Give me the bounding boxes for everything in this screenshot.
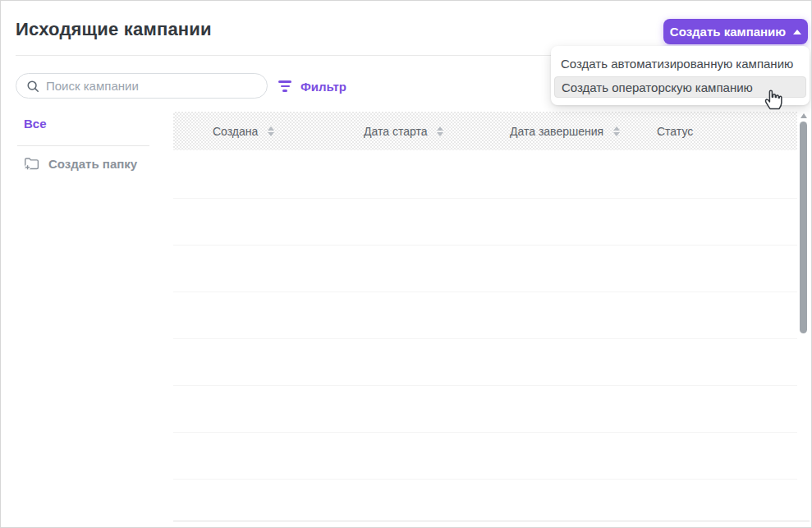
column-header-end-date[interactable]: Дата завершения: [510, 112, 620, 150]
column-header-created[interactable]: Создана: [213, 112, 274, 150]
page-title: Исходящие кампании: [16, 19, 212, 40]
folder-plus-icon: [24, 157, 39, 171]
vertical-scrollbar[interactable]: [799, 110, 809, 521]
column-label: Дата завершения: [510, 125, 603, 138]
menu-item-create-automated-campaign[interactable]: Создать автоматизированную кампанию: [551, 51, 810, 76]
column-header-start-date[interactable]: Дата старта: [364, 112, 443, 150]
campaign-search: [16, 73, 268, 99]
row-divider: [173, 479, 797, 480]
search-input[interactable]: [46, 79, 257, 93]
sidebar-divider: [17, 145, 149, 146]
table-bottom-border: [173, 521, 810, 521]
scroll-up-arrow-icon[interactable]: [801, 113, 807, 118]
filter-button[interactable]: Фильтр: [278, 76, 346, 96]
sidebar-item-all[interactable]: Все: [24, 117, 47, 131]
row-divider: [173, 292, 797, 292]
row-divider: [173, 385, 797, 386]
filter-icon: [278, 80, 291, 92]
row-divider: [173, 198, 797, 199]
create-campaign-menu: Создать автоматизированную кампанию Созд…: [551, 46, 810, 105]
filter-label: Фильтр: [300, 80, 346, 94]
caret-up-icon: [793, 30, 801, 34]
menu-item-create-operator-campaign[interactable]: Создать операторскую кампанию: [554, 76, 806, 98]
column-label: Создана: [213, 125, 258, 138]
sort-arrows-icon[interactable]: [268, 126, 274, 136]
sort-arrows-icon[interactable]: [437, 126, 443, 136]
column-label: Дата старта: [364, 125, 427, 138]
create-folder-label: Создать папку: [48, 157, 137, 171]
scrollbar-thumb[interactable]: [800, 122, 807, 333]
create-campaign-button-label: Создать кампанию: [670, 25, 786, 39]
create-campaign-button[interactable]: Создать кампанию: [663, 19, 808, 44]
row-divider: [173, 432, 797, 433]
sort-arrows-icon[interactable]: [613, 126, 620, 136]
create-folder-button[interactable]: Создать папку: [24, 157, 137, 171]
row-divider: [173, 245, 797, 246]
row-divider: [173, 338, 797, 339]
search-icon: [26, 80, 39, 93]
column-header-status: Статус: [657, 112, 693, 150]
column-label: Статус: [657, 125, 693, 138]
table-header: Создана Дата старта Дата завершения Стат…: [173, 112, 797, 150]
